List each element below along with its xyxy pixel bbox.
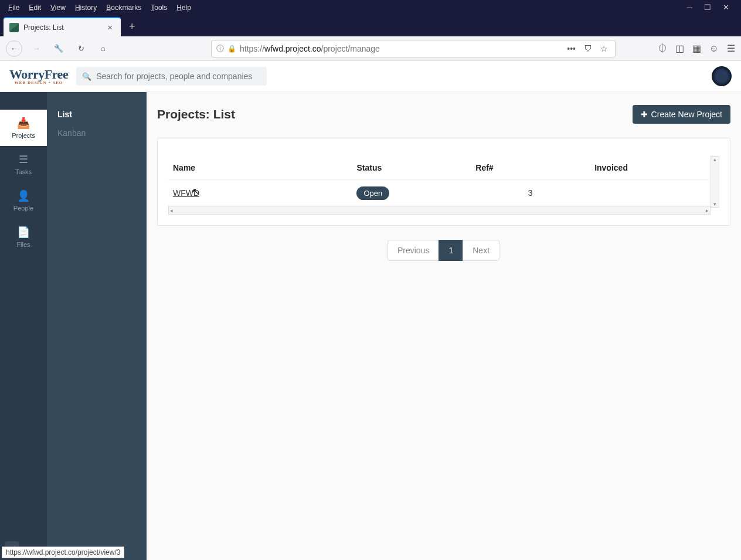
inbox-icon: 📥 xyxy=(17,117,30,130)
close-icon[interactable]: ✕ xyxy=(723,3,729,12)
col-invoiced[interactable]: Invoiced xyxy=(590,156,709,180)
table-row: WFWD Open 3 xyxy=(168,180,709,206)
window-controls: ─ ☐ ✕ xyxy=(687,3,736,12)
nav-people[interactable]: 👤 People xyxy=(0,182,47,219)
logo[interactable]: WorryFree WEB DESIGN + SEO xyxy=(9,68,68,85)
table-header-row: Name Status Ref# Invoiced xyxy=(168,156,709,180)
col-ref[interactable]: Ref# xyxy=(471,156,590,180)
projects-table: Name Status Ref# Invoiced WFWD Open 3 xyxy=(168,156,709,206)
scroll-up-icon[interactable]: ▴ xyxy=(713,157,716,162)
lock-icon[interactable]: 🔒 xyxy=(227,45,236,53)
sidebar-icon[interactable]: ◫ xyxy=(675,43,684,54)
maximize-icon[interactable]: ☐ xyxy=(704,3,711,12)
nav-tasks[interactable]: ☰ Tasks xyxy=(0,146,47,182)
subnav-list[interactable]: List xyxy=(57,105,136,124)
browser-tab[interactable]: Projects: List × xyxy=(4,17,121,36)
dev-button[interactable]: 🔧 xyxy=(50,40,67,57)
scroll-left-icon[interactable]: ◂ xyxy=(170,208,173,213)
create-project-button[interactable]: ✚ Create New Project xyxy=(633,105,730,124)
app-header: WorryFree WEB DESIGN + SEO 🔍 xyxy=(0,61,741,92)
logo-main: WorryFree xyxy=(9,68,68,81)
invoiced-cell xyxy=(590,180,709,206)
next-button[interactable]: Next xyxy=(463,240,499,261)
vertical-scrollbar[interactable]: ▴▾ xyxy=(711,156,719,208)
project-link[interactable]: WFWD xyxy=(173,188,199,198)
hamburger-icon[interactable]: ☰ xyxy=(727,43,735,54)
status-badge: Open xyxy=(356,186,389,200)
extension-icon[interactable]: ▦ xyxy=(692,43,701,54)
search-box[interactable]: 🔍 xyxy=(76,67,267,86)
plus-icon: ✚ xyxy=(641,110,648,119)
bookmark-icon[interactable]: ☆ xyxy=(598,44,610,53)
scroll-right-icon[interactable]: ▸ xyxy=(706,208,709,213)
menu-view[interactable]: View xyxy=(47,2,69,13)
page-1-button[interactable]: 1 xyxy=(439,240,463,261)
nav-files[interactable]: 📄 Files xyxy=(0,219,47,255)
browser-toolbar: ← → 🔧 ↻ ⌂ ⓘ 🔒 https://wfwd.project.co/pr… xyxy=(0,36,741,61)
nav-rail: 📥 Projects ☰ Tasks 👤 People 📄 Files ◀ xyxy=(0,92,47,560)
prev-button[interactable]: Previous xyxy=(388,240,439,261)
avatar[interactable] xyxy=(712,66,732,86)
nav-label: Files xyxy=(16,241,30,248)
menu-edit[interactable]: Edit xyxy=(25,2,45,13)
tab-close-icon[interactable]: × xyxy=(105,22,115,32)
menu-file[interactable]: File xyxy=(5,2,23,13)
logo-sub: WEB DESIGN + SEO xyxy=(9,81,68,85)
search-input[interactable] xyxy=(96,72,261,81)
menu-help[interactable]: Help xyxy=(173,2,195,13)
home-button[interactable]: ⌂ xyxy=(95,40,111,57)
pagination: Previous 1 Next xyxy=(157,240,730,261)
minimize-icon[interactable]: ─ xyxy=(687,3,692,12)
list-icon: ☰ xyxy=(19,153,28,166)
create-btn-label: Create New Project xyxy=(651,110,722,119)
scroll-down-icon[interactable]: ▾ xyxy=(713,201,716,207)
user-icon: 👤 xyxy=(17,189,30,202)
app-body: 📥 Projects ☰ Tasks 👤 People 📄 Files ◀ Li… xyxy=(0,92,741,560)
library-icon[interactable]: ⏀ xyxy=(658,43,667,54)
status-bar: https://wfwd.project.co/project/view/3 xyxy=(2,547,124,558)
nav-label: People xyxy=(13,205,33,212)
table-card: Name Status Ref# Invoiced WFWD Open 3 xyxy=(157,138,730,226)
menu-history[interactable]: History xyxy=(72,2,100,13)
reader-icon[interactable]: ⛉ xyxy=(582,44,594,53)
toolbar-right: ⏀ ◫ ▦ ☺ ☰ xyxy=(658,43,735,54)
subnav-kanban[interactable]: Kanban xyxy=(57,124,136,142)
info-icon[interactable]: ⓘ xyxy=(216,43,224,54)
tab-title: Projects: List xyxy=(23,23,100,32)
menu-tools[interactable]: Tools xyxy=(147,2,171,13)
content: Projects: List ✚ Create New Project Name… xyxy=(147,92,741,560)
page-title: Projects: List xyxy=(157,107,235,121)
sub-nav: List Kanban xyxy=(47,92,147,560)
horizontal-scrollbar[interactable]: ◂▸ xyxy=(168,206,711,215)
search-icon: 🔍 xyxy=(82,72,91,81)
nav-label: Projects xyxy=(12,132,35,139)
col-name[interactable]: Name xyxy=(168,156,352,180)
new-tab-button[interactable]: + xyxy=(121,17,144,36)
back-button[interactable]: ← xyxy=(6,40,22,57)
file-icon: 📄 xyxy=(17,226,30,239)
content-header: Projects: List ✚ Create New Project xyxy=(157,105,730,124)
col-status[interactable]: Status xyxy=(352,156,471,180)
forward-button[interactable]: → xyxy=(28,40,45,57)
tab-strip: Projects: List × + xyxy=(0,15,741,36)
nav-label: Tasks xyxy=(15,168,32,175)
nav-projects[interactable]: 📥 Projects xyxy=(0,110,47,146)
url-bar[interactable]: ⓘ 🔒 https://wfwd.project.co/project/mana… xyxy=(211,40,616,57)
menu-bookmarks[interactable]: Bookmarks xyxy=(103,2,145,13)
account-icon[interactable]: ☺ xyxy=(709,43,719,54)
ref-cell: 3 xyxy=(471,180,590,206)
url-text: https://wfwd.project.co/project/manage xyxy=(240,44,561,53)
browser-menubar: File Edit View History Bookmarks Tools H… xyxy=(0,0,741,15)
favicon-icon xyxy=(9,23,19,32)
reload-button[interactable]: ↻ xyxy=(73,40,89,57)
page-actions-icon[interactable]: ••• xyxy=(565,44,578,53)
